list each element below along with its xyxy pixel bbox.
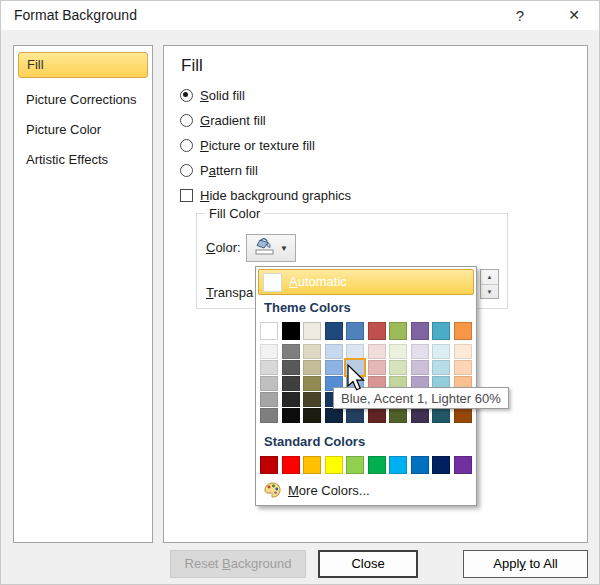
color-variant-swatch[interactable] (260, 344, 278, 359)
palette-icon (264, 482, 281, 503)
checkbox-hide-background-graphics[interactable]: Hide background graphics (180, 188, 351, 206)
theme-color-swatch[interactable] (432, 322, 450, 340)
color-picker-button[interactable]: ▼ (246, 234, 296, 262)
close-icon[interactable]: ✕ (556, 3, 592, 28)
color-variant-swatch[interactable] (346, 408, 364, 423)
standard-color-swatch[interactable] (346, 456, 364, 474)
radio-button-icon[interactable] (180, 89, 193, 102)
theme-color-swatch[interactable] (325, 322, 343, 340)
color-variant-swatch[interactable] (432, 344, 450, 359)
radio-label: Picture or texture fill (200, 138, 315, 153)
standard-color-swatch[interactable] (260, 456, 278, 474)
theme-colors-header: Theme Colors (264, 300, 351, 315)
transparency-spinner[interactable]: ▲ ▼ (480, 269, 499, 299)
theme-color-swatch[interactable] (260, 322, 278, 340)
standard-color-swatch[interactable] (454, 456, 472, 474)
radio-pattern-fill[interactable]: Pattern fill (180, 163, 258, 181)
color-variant-swatch[interactable] (432, 408, 450, 423)
color-variant-swatch[interactable] (368, 360, 386, 375)
theme-color-variants-grid (260, 344, 472, 423)
color-variant-swatch[interactable] (411, 360, 429, 375)
color-variant-swatch[interactable] (260, 360, 278, 375)
sidebar-item-artistic-effects[interactable]: Artistic Effects (26, 152, 108, 167)
color-variant-swatch[interactable] (389, 344, 407, 359)
color-dropdown-menu: Automatic Theme Colors Standard Colors M… (255, 266, 477, 506)
automatic-color-swatch (263, 273, 282, 292)
color-variant-swatch[interactable] (282, 360, 300, 375)
color-variant-swatch[interactable] (303, 408, 321, 423)
theme-color-swatch[interactable] (346, 322, 364, 340)
radio-button-icon[interactable] (180, 164, 193, 177)
color-variant-swatch[interactable] (303, 392, 321, 407)
checkbox-label: Hide background graphics (200, 188, 351, 203)
apply-to-all-button[interactable]: Apply to All (463, 550, 588, 578)
chevron-down-icon[interactable]: ▼ (280, 244, 288, 253)
theme-variant-column (282, 344, 300, 423)
color-variant-swatch[interactable] (260, 376, 278, 391)
color-variant-swatch[interactable] (303, 360, 321, 375)
color-variant-swatch[interactable] (389, 360, 407, 375)
checkbox-icon[interactable] (180, 189, 193, 202)
color-variant-swatch[interactable] (432, 360, 450, 375)
color-variant-swatch[interactable] (282, 408, 300, 423)
color-variant-swatch[interactable] (282, 392, 300, 407)
theme-color-swatch[interactable] (368, 322, 386, 340)
color-variant-swatch[interactable] (346, 344, 364, 359)
color-variant-swatch[interactable] (260, 392, 278, 407)
color-variant-swatch[interactable] (282, 376, 300, 391)
theme-color-swatch[interactable] (303, 322, 321, 340)
standard-colors-row (260, 456, 472, 474)
theme-variant-column (432, 344, 450, 423)
radio-gradient-fill[interactable]: Gradient fill (180, 113, 266, 131)
theme-color-swatch[interactable] (411, 322, 429, 340)
color-variant-swatch[interactable] (411, 344, 429, 359)
page-title: Fill (181, 56, 203, 76)
theme-variant-column (368, 344, 386, 423)
color-variant-swatch[interactable] (411, 408, 429, 423)
theme-color-swatch[interactable] (454, 322, 472, 340)
more-colors-label: More Colors... (288, 483, 370, 498)
color-variant-swatch[interactable] (368, 408, 386, 423)
color-variant-swatch[interactable] (282, 344, 300, 359)
fill-color-group-title: Fill Color (205, 206, 264, 221)
spinner-down-icon[interactable]: ▼ (481, 284, 498, 299)
menu-item-more-colors[interactable]: More Colors... (258, 479, 476, 504)
menu-item-automatic[interactable]: Automatic (258, 269, 474, 295)
help-icon[interactable]: ? (502, 3, 538, 28)
standard-color-swatch[interactable] (303, 456, 321, 474)
color-variant-swatch[interactable] (325, 360, 343, 375)
color-variant-swatch[interactable] (389, 408, 407, 423)
standard-color-swatch[interactable] (432, 456, 450, 474)
title-bar: Format Background ? ✕ (0, 0, 600, 30)
radio-label: Gradient fill (200, 113, 266, 128)
sidebar-item-picture-color[interactable]: Picture Color (26, 122, 101, 137)
theme-color-swatch[interactable] (389, 322, 407, 340)
reset-background-button[interactable]: Reset Background (170, 550, 306, 578)
theme-variant-column (411, 344, 429, 423)
color-variant-swatch[interactable] (454, 360, 472, 375)
color-variant-swatch[interactable] (368, 344, 386, 359)
radio-button-icon[interactable] (180, 139, 193, 152)
theme-variant-column (389, 344, 407, 423)
standard-color-swatch[interactable] (389, 456, 407, 474)
color-variant-swatch[interactable] (260, 408, 278, 423)
standard-color-swatch[interactable] (368, 456, 386, 474)
radio-picture-or-texture-fill[interactable]: Picture or texture fill (180, 138, 315, 156)
color-variant-swatch[interactable] (454, 344, 472, 359)
spinner-up-icon[interactable]: ▲ (481, 270, 498, 284)
close-button[interactable]: Close (318, 550, 418, 578)
color-variant-swatch[interactable] (303, 376, 321, 391)
radio-button-icon[interactable] (180, 114, 193, 127)
sidebar-item-picture-corrections[interactable]: Picture Corrections (26, 92, 137, 107)
color-variant-swatch[interactable] (303, 344, 321, 359)
sidebar-item-fill[interactable]: Fill (18, 52, 148, 78)
color-variant-swatch[interactable] (454, 408, 472, 423)
theme-color-swatch[interactable] (282, 322, 300, 340)
standard-color-swatch[interactable] (411, 456, 429, 474)
standard-color-swatch[interactable] (282, 456, 300, 474)
radio-solid-fill[interactable]: Solid fill (180, 88, 245, 106)
standard-color-swatch[interactable] (325, 456, 343, 474)
theme-variant-column (260, 344, 278, 423)
color-variant-swatch[interactable] (325, 408, 343, 423)
color-variant-swatch[interactable] (325, 344, 343, 359)
